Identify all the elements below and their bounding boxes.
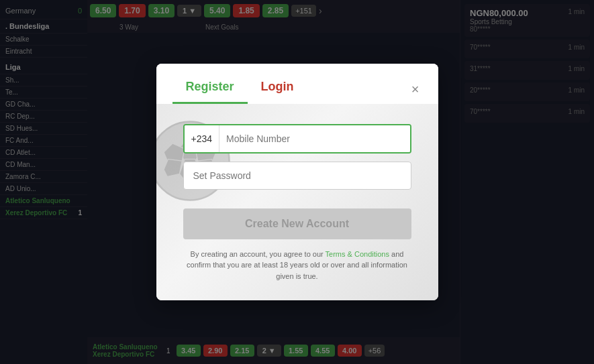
create-account-button[interactable]: Create New Account — [183, 208, 411, 239]
modal-header: Register Login × — [156, 64, 438, 104]
phone-input-group: +234 — [183, 124, 411, 154]
tab-register[interactable]: Register — [172, 74, 248, 104]
terms-link[interactable]: Terms & Conditions — [326, 250, 389, 258]
register-modal: Register Login × +234 — [156, 64, 438, 301]
password-input-group — [183, 162, 411, 190]
tab-login[interactable]: Login — [248, 74, 307, 104]
set-password-input[interactable] — [183, 162, 411, 190]
terms-text: By creating an account, you agree to our… — [183, 249, 411, 282]
modal-body: +234 Create New Account By creating an a… — [156, 104, 438, 301]
mobile-number-input[interactable] — [219, 125, 409, 152]
phone-input-wrapper: +234 — [183, 124, 411, 154]
modal-tabs: Register Login — [172, 74, 307, 104]
close-modal-button[interactable]: × — [409, 80, 422, 99]
modal-overlay: Register Login × +234 — [0, 0, 594, 364]
phone-prefix: +234 — [185, 125, 220, 152]
